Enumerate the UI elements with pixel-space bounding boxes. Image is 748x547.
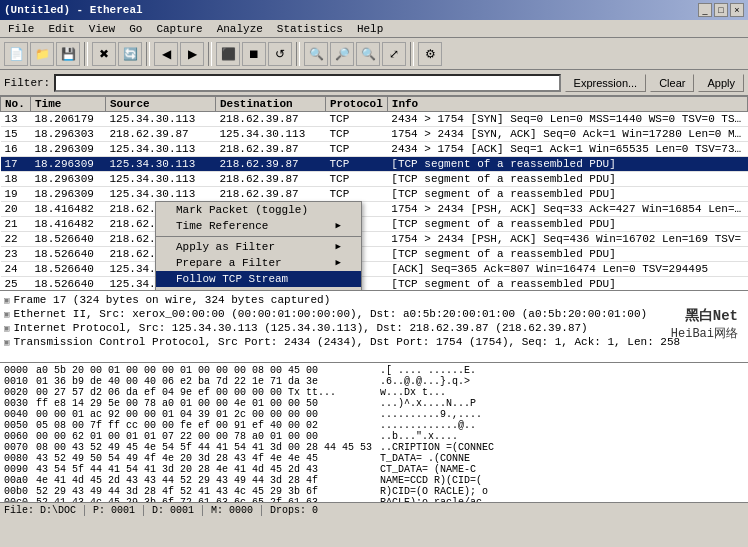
toolbar-back[interactable]: ◀ (154, 42, 178, 66)
menu-edit[interactable]: Edit (42, 22, 80, 36)
filter-bar: Filter: Expression... Clear Apply (0, 70, 748, 96)
title-bar: (Untitled) - Ethereal _ □ × (0, 0, 748, 20)
detail-text-2: Internet Protocol, Src: 125.34.30.113 (1… (13, 322, 587, 334)
toolbar-capture-start[interactable]: ⬛ (216, 42, 240, 66)
hex-offsets: 0000001000200030004000500060007000800090… (4, 365, 28, 500)
toolbar-new[interactable]: 📄 (4, 42, 28, 66)
table-row[interactable]: 25 18.526640 125.34.30.113 218.62.39.87 … (1, 277, 748, 292)
menu-bar: File Edit View Go Capture Analyze Statis… (0, 20, 748, 38)
toolbar-capture-stop[interactable]: ⏹ (242, 42, 266, 66)
expand-icon-0: ▣ (4, 295, 9, 306)
table-row[interactable]: 17 18.296309 125.34.30.113 218.62.39.87 … (1, 157, 748, 172)
detail-text-1: Ethernet II, Src: xerox_00:00:00 (00:00:… (13, 308, 647, 320)
ctx-apply-filter[interactable]: Apply as Filter (156, 239, 361, 255)
detail-text-0: Frame 17 (324 bytes on wire, 324 bytes c… (13, 294, 330, 306)
table-row[interactable]: 13 18.206179 125.34.30.113 218.62.39.87 … (1, 112, 748, 127)
table-row[interactable]: 15 18.296303 218.62.39.87 125.34.30.113 … (1, 127, 748, 142)
context-menu: Mark Packet (toggle) Time Reference Appl… (155, 201, 362, 291)
expand-icon-2: ▣ (4, 323, 9, 334)
expression-button[interactable]: Expression... (565, 74, 647, 92)
title-controls: _ □ × (698, 3, 744, 17)
menu-statistics[interactable]: Statistics (271, 22, 349, 36)
col-no: No. (1, 97, 31, 112)
table-row[interactable]: 18 18.296309 125.34.30.113 218.62.39.87 … (1, 172, 748, 187)
table-row[interactable]: 21 18.416482 218.62.39.87 125.34.30.113 … (1, 217, 748, 232)
menu-help[interactable]: Help (351, 22, 389, 36)
hex-pane: 0000001000200030004000500060007000800090… (0, 363, 748, 502)
status-bar: File: D:\DOC P: 0001 D: 0001 M: 0000 Dro… (0, 502, 748, 518)
table-row[interactable]: 19 18.296309 125.34.30.113 218.62.39.87 … (1, 187, 748, 202)
col-info: Info (387, 97, 747, 112)
detail-item-0[interactable]: ▣ Frame 17 (324 bytes on wire, 324 bytes… (2, 293, 746, 307)
menu-capture[interactable]: Capture (150, 22, 208, 36)
clear-button[interactable]: Clear (650, 74, 694, 92)
detail-item-3[interactable]: ▣ Transmission Control Protocol, Src Por… (2, 335, 746, 349)
detail-text-3: Transmission Control Protocol, Src Port:… (13, 336, 680, 348)
table-row[interactable]: 20 18.416482 218.62.39.87 125.34.30.113 … (1, 202, 748, 217)
close-btn[interactable]: × (730, 3, 744, 17)
ctx-time-reference[interactable]: Time Reference (156, 218, 361, 234)
detail-item-1[interactable]: ▣ Ethernet II, Src: xerox_00:00:00 (00:0… (2, 307, 746, 321)
menu-view[interactable]: View (83, 22, 121, 36)
ctx-follow-tcp[interactable]: Follow TCP Stream (156, 271, 361, 287)
col-time: Time (31, 97, 106, 112)
toolbar-capture-restart[interactable]: ↺ (268, 42, 292, 66)
toolbar-open[interactable]: 📁 (30, 42, 54, 66)
expand-icon-3: ▣ (4, 337, 9, 348)
table-row[interactable]: 22 18.526640 218.62.39.87 125.34.30.113 … (1, 232, 748, 247)
detail-item-2[interactable]: ▣ Internet Protocol, Src: 125.34.30.113 … (2, 321, 746, 335)
toolbar-zoom-out[interactable]: 🔍 (356, 42, 380, 66)
col-protocol: Protocol (326, 97, 388, 112)
packet-list: No. Time Source Destination Protocol Inf… (0, 96, 748, 291)
apply-button[interactable]: Apply (698, 74, 744, 92)
col-destination: Destination (216, 97, 326, 112)
col-source: Source (106, 97, 216, 112)
filter-label: Filter: (4, 77, 50, 89)
toolbar: 📄 📁 💾 ✖ 🔄 ◀ ▶ ⬛ ⏹ ↺ 🔍 🔎 🔍 ⤢ ⚙ (0, 38, 748, 70)
toolbar-zoom-in[interactable]: 🔎 (330, 42, 354, 66)
toolbar-filter[interactable]: 🔍 (304, 42, 328, 66)
menu-go[interactable]: Go (123, 22, 148, 36)
table-row[interactable]: 16 18.296309 125.34.30.113 218.62.39.87 … (1, 142, 748, 157)
toolbar-forward[interactable]: ▶ (180, 42, 204, 66)
expand-icon-1: ▣ (4, 309, 9, 320)
ctx-prepare-filter[interactable]: Prepare a Filter (156, 255, 361, 271)
window-title: (Untitled) - Ethereal (4, 4, 143, 16)
table-row[interactable]: 24 18.526640 125.34.30.113 218.62.39.87 … (1, 262, 748, 277)
toolbar-reload[interactable]: 🔄 (118, 42, 142, 66)
status-packets: P: 0001 (93, 505, 144, 516)
maximize-btn[interactable]: □ (714, 3, 728, 17)
toolbar-settings[interactable]: ⚙ (418, 42, 442, 66)
table-row[interactable]: 23 18.526640 218.62.39.87 125.34.30.113 … (1, 247, 748, 262)
menu-analyze[interactable]: Analyze (211, 22, 269, 36)
status-displayed: D: 0001 (152, 505, 203, 516)
minimize-btn[interactable]: _ (698, 3, 712, 17)
status-drops: Drops: 0 (270, 505, 318, 516)
hex-ascii: .[ .... ......E..6..@.@...}.q.>w...Dx t.… (380, 365, 494, 500)
toolbar-save[interactable]: 💾 (56, 42, 80, 66)
status-file: File: D:\DOC (4, 505, 85, 516)
menu-file[interactable]: File (2, 22, 40, 36)
toolbar-close[interactable]: ✖ (92, 42, 116, 66)
toolbar-fit[interactable]: ⤢ (382, 42, 406, 66)
filter-input[interactable] (54, 74, 560, 92)
detail-pane: ▣ Frame 17 (324 bytes on wire, 324 bytes… (0, 291, 748, 363)
status-marked: M: 0000 (211, 505, 262, 516)
ctx-mark-packet[interactable]: Mark Packet (toggle) (156, 202, 361, 218)
hex-bytes: a0 5b 20 00 01 00 00 00 01 00 00 00 08 0… (36, 365, 372, 500)
